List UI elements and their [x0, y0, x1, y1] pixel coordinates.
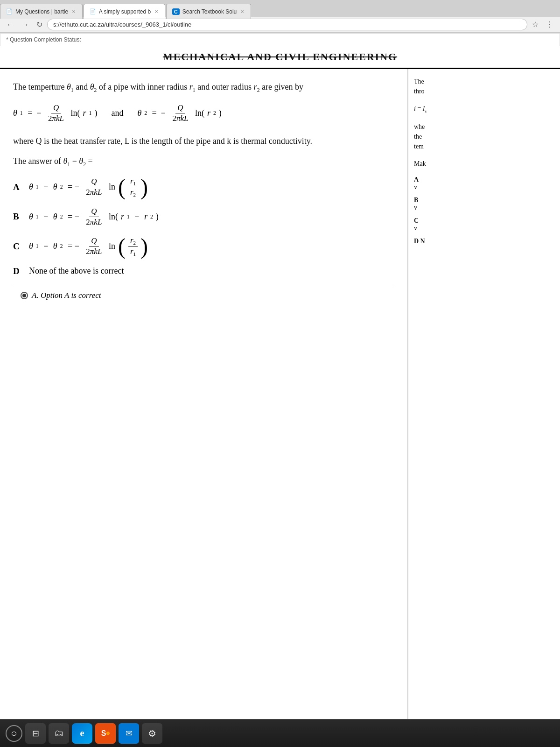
right-option-c-value: v: [414, 225, 417, 232]
right-formula-text: i = Is: [414, 105, 427, 112]
where-text-p: where Q is the heat transfer rate, L is …: [13, 134, 394, 148]
option-d-text: None of the above is correct: [29, 266, 124, 276]
menu-button[interactable]: ⋮: [543, 19, 556, 30]
tab-label-2: A simply supported b: [99, 8, 151, 15]
option-a-r-fraction: r1 r2: [128, 176, 138, 198]
address-bar-row: ← → ↻ ☆ ⋮: [0, 17, 560, 33]
tab-label-1: My Questions | bartle: [15, 8, 68, 15]
right-intro-text: Thethro: [414, 78, 425, 95]
tab-icon-1: 📄: [6, 8, 13, 14]
right-formula: i = Is: [414, 104, 554, 114]
dept-header: MECHANICAL AND CIVIL ENGINEERING: [0, 46, 560, 69]
option-c-letter: C: [13, 241, 24, 252]
tab-bar: 📄 My Questions | bartle × 📄 A simply sup…: [0, 0, 560, 17]
tab-close-2[interactable]: ×: [154, 7, 159, 16]
address-input[interactable]: [47, 19, 527, 30]
eq-theta2: θ2 = − Q 2πkL ln(r2): [137, 103, 221, 123]
right-option-b-value: v: [414, 204, 417, 211]
right-intro: Thethro: [414, 77, 554, 96]
radio-option-a[interactable]: [21, 292, 28, 299]
store-button[interactable]: S⊗: [95, 723, 116, 744]
problem-text-p1: The temperture θ1 and θ2 of a pipe with …: [13, 80, 394, 95]
close-paren-a: ): [140, 176, 148, 198]
right-panel: Thethro i = Is whethetem Mak A v B v C v: [408, 69, 560, 723]
answer-prompt: The answer of θ1 − θ2 =: [13, 156, 394, 168]
option-b-fraction: Q 2πkL: [84, 207, 104, 227]
tab-my-questions[interactable]: 📄 My Questions | bartle ×: [0, 4, 83, 19]
right-option-a: A v: [414, 176, 554, 191]
question-status: * Question Completion Status:: [0, 33, 560, 46]
fraction-q-2pikl-1: Q 2πkL: [46, 103, 66, 123]
back-button[interactable]: ←: [4, 20, 17, 30]
taskbar: ○ ⊟ 🗂 e S⊗ ✉ ⚙: [0, 719, 560, 747]
right-where-text: whethetem: [414, 123, 425, 150]
and-connector: and: [111, 108, 123, 118]
left-panel: The temperture θ1 and θ2 of a pipe with …: [0, 69, 408, 723]
equations-display: θ1 = − Q 2πkL ln(r1) and θ2 = − Q 2πkL l…: [13, 103, 394, 123]
tab-label-3: Search Textbook Solu: [182, 8, 237, 15]
option-c-fraction: Q 2πkL: [84, 236, 104, 256]
right-option-a-value: v: [414, 183, 417, 190]
forward-button[interactable]: →: [19, 20, 32, 30]
mail-button[interactable]: ✉: [119, 723, 139, 744]
open-paren-a: (: [118, 176, 126, 198]
option-b[interactable]: B θ1 − θ2 = − Q 2πkL ln(r1 − r2): [13, 207, 394, 227]
close-paren-c: ): [140, 235, 148, 258]
right-where: whethetem: [414, 122, 554, 151]
tab-search-textbook[interactable]: C Search Textbook Solu ×: [166, 4, 251, 19]
option-d-letter: D: [13, 266, 24, 276]
right-make: Mak: [414, 159, 554, 169]
option-a[interactable]: A θ1 − θ2 = − Q 2πkL ln ( r1 r2 ): [13, 176, 394, 198]
tab-simply-supported[interactable]: 📄 A simply supported b ×: [84, 4, 165, 19]
option-d[interactable]: D None of the above is correct: [13, 266, 394, 276]
option-b-letter: B: [13, 211, 24, 222]
bookmark-button[interactable]: ☆: [529, 19, 541, 30]
main-layout: The temperture θ1 and θ2 of a pipe with …: [0, 69, 560, 723]
page-content: * Question Completion Status: MECHANICAL…: [0, 33, 560, 723]
answer-selected: A. Option A is correct: [13, 285, 394, 306]
right-make-text: Mak: [414, 160, 426, 167]
fraction-q-2pikl-2: Q 2πkL: [170, 103, 190, 123]
settings-button[interactable]: ⚙: [142, 723, 162, 744]
right-option-b: B v: [414, 197, 554, 211]
option-c[interactable]: C θ1 − θ2 = − Q 2πkL ln ( r2 r1 ): [13, 235, 394, 258]
tab-close-3[interactable]: ×: [239, 7, 245, 16]
right-option-c: C v: [414, 217, 554, 232]
question-status-text: * Question Completion Status:: [6, 36, 81, 43]
tab-icon-2: 📄: [90, 8, 96, 14]
option-a-formula: θ1 − θ2 = − Q 2πkL ln ( r1 r2 ): [29, 176, 148, 198]
file-explorer-button[interactable]: 🗂: [49, 723, 69, 744]
tab-icon-3: C: [172, 8, 180, 15]
browser-chrome: 📄 My Questions | bartle × 📄 A simply sup…: [0, 0, 560, 33]
selected-answer-text: A. Option A is correct: [32, 291, 101, 300]
windows-start-button[interactable]: ○: [6, 725, 22, 742]
option-b-formula: θ1 − θ2 = − Q 2πkL ln(r1 − r2): [29, 207, 159, 227]
option-c-formula: θ1 − θ2 = − Q 2πkL ln ( r2 r1 ): [29, 235, 148, 258]
where-text: where Q is the heat transfer rate, L is …: [13, 134, 394, 148]
edge-browser-button[interactable]: e: [72, 723, 92, 744]
open-paren-c: (: [118, 235, 126, 258]
tab-close-1[interactable]: ×: [71, 7, 77, 16]
option-c-r-fraction: r2 r1: [128, 236, 138, 257]
task-view-button[interactable]: ⊟: [25, 723, 46, 744]
eq-theta1: θ1 = − Q 2πkL ln(r1): [13, 103, 97, 123]
right-option-d: D N: [414, 238, 554, 245]
reload-button[interactable]: ↻: [34, 19, 45, 30]
option-a-letter: A: [13, 182, 24, 192]
problem-intro: The temperture θ1 and θ2 of a pipe with …: [13, 80, 394, 95]
option-a-fraction: Q 2πkL: [84, 177, 104, 197]
